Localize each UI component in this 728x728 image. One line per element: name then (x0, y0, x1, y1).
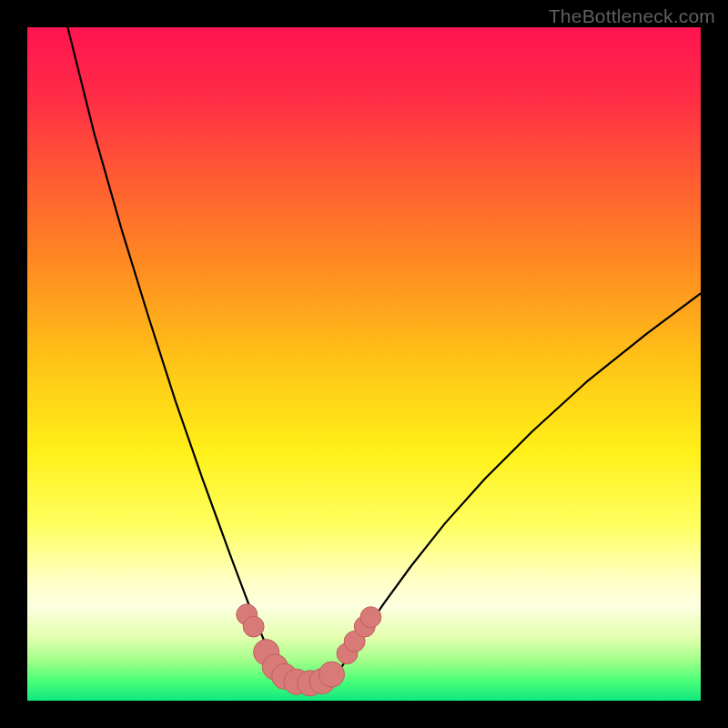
data-dot (318, 662, 344, 687)
data-dot (243, 616, 264, 637)
curve-left-branch (67, 27, 278, 673)
chart-frame: TheBottleneck.com (0, 0, 728, 728)
data-dot (360, 607, 381, 628)
bottleneck-curve (27, 27, 701, 701)
watermark-label: TheBottleneck.com (549, 5, 715, 27)
curve-right-branch (337, 293, 701, 673)
plot-area (27, 27, 701, 701)
